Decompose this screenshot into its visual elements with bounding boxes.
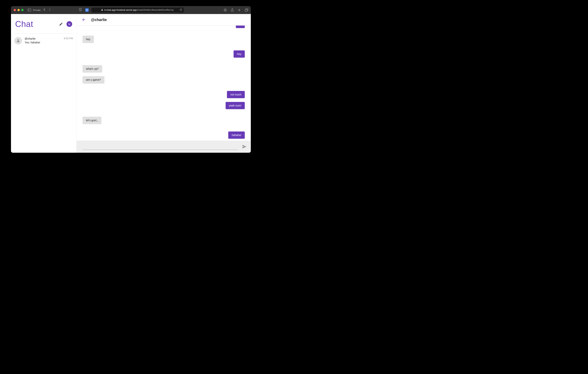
new-tab-icon[interactable] <box>238 9 241 11</box>
browser-window: Private rt-chat-app-frontend.vercel.app/… <box>11 6 251 153</box>
nav-arrows <box>43 8 51 12</box>
message-bubble-other: let's goo!,, <box>83 117 101 124</box>
conversation-text: @charlieYou: hahaha! <box>25 37 62 44</box>
back-button[interactable] <box>80 16 87 23</box>
sidebar: Chat N @charlieYou: hahaha!9:53 PM <box>11 14 76 153</box>
lock-icon <box>101 9 103 11</box>
message-bubble-self: hahaha! <box>228 131 245 139</box>
message-bubble-other: hey <box>83 36 94 43</box>
conversation-name: @charlie <box>25 37 62 41</box>
message-row: are u game? <box>83 76 245 83</box>
nav-back-button[interactable] <box>43 8 45 12</box>
message-bubble-self: hey <box>234 50 245 58</box>
composer <box>76 140 251 153</box>
url-text: rt-chat-app-frontend.vercel.app/chat/t/6… <box>104 9 174 11</box>
main-panel: @charlie hiheyheywhat's up?are u game?no… <box>76 14 251 153</box>
message-list[interactable]: hiheyheywhat's up?are u game?not muchyea… <box>76 26 251 140</box>
person-icon <box>14 37 22 44</box>
toolbar-right-icons <box>224 8 248 12</box>
message-bubble-self: hi <box>236 26 245 28</box>
conversation-time: 9:53 PM <box>64 37 73 40</box>
share-icon[interactable] <box>231 8 234 12</box>
app-body: Chat N @charlieYou: hahaha!9:53 PM @char… <box>11 14 251 153</box>
message-input[interactable] <box>83 143 238 150</box>
tabs-icon[interactable] <box>245 9 248 12</box>
thread-header: @charlie <box>76 14 251 26</box>
private-mode-label: Private <box>33 9 41 11</box>
browser-toolbar: Private rt-chat-app-frontend.vercel.app/… <box>11 6 251 14</box>
message-bubble-other: are u game? <box>83 76 104 83</box>
message-row: hey <box>83 50 245 58</box>
message-row: hi <box>83 26 245 28</box>
address-bar[interactable]: rt-chat-app-frontend.vercel.app/chat/t/6… <box>91 8 184 12</box>
nav-forward-button[interactable] <box>49 8 51 12</box>
message-bubble-self: not much <box>227 91 245 98</box>
window-controls <box>14 9 23 11</box>
message-row: hahaha! <box>83 131 245 139</box>
message-bubble-other: what's up? <box>83 65 102 72</box>
shield-icon[interactable] <box>79 8 82 12</box>
user-avatar[interactable]: N <box>66 21 72 27</box>
svg-rect-6 <box>245 9 247 11</box>
svg-rect-0 <box>28 9 31 11</box>
maximize-window-button[interactable] <box>21 9 23 11</box>
svg-rect-4 <box>102 10 103 11</box>
sidebar-toggle-icon[interactable] <box>28 9 31 11</box>
send-button[interactable] <box>240 142 249 151</box>
conversation-list: @charlieYou: hahaha!9:53 PM <box>11 33 76 153</box>
thread-title: @charlie <box>91 18 107 22</box>
svg-marker-3 <box>86 9 88 11</box>
message-row: what's up? <box>83 65 245 72</box>
message-row: let's goo!,, <box>83 117 245 124</box>
conversation-item[interactable]: @charlieYou: hahaha!9:53 PM <box>11 35 76 47</box>
close-window-button[interactable] <box>14 9 16 11</box>
conversation-preview: You: hahaha! <box>25 41 62 44</box>
sidebar-header: Chat N <box>11 14 76 33</box>
message-bubble-self: yeah sure! <box>226 102 245 109</box>
reload-icon[interactable] <box>180 9 182 12</box>
message-row: yeah sure! <box>83 102 245 109</box>
app-title: Chat <box>15 19 57 29</box>
minimize-window-button[interactable] <box>17 9 20 11</box>
message-row: hey <box>83 36 245 43</box>
downloads-icon[interactable] <box>224 9 227 11</box>
extension-icon[interactable] <box>85 8 89 12</box>
message-row: not much <box>83 91 245 98</box>
avatar-letter: N <box>68 22 71 26</box>
compose-button[interactable] <box>57 21 65 28</box>
toolbar-left-icons <box>79 8 89 12</box>
